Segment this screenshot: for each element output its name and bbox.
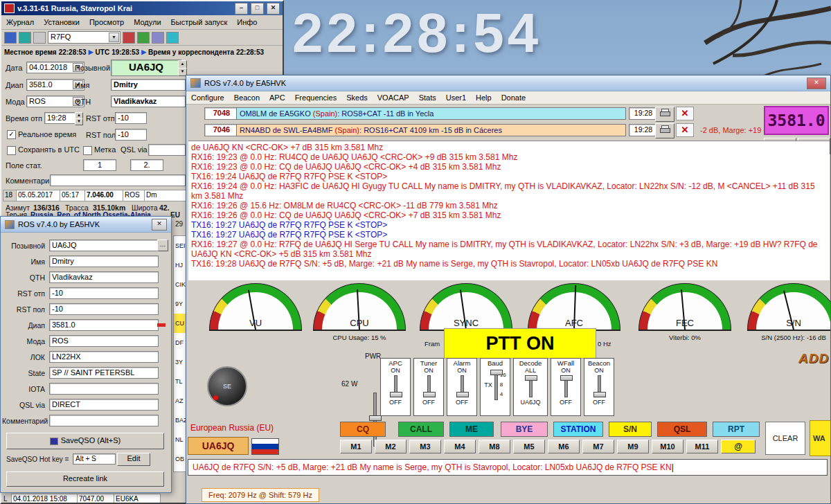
at-key-button[interactable]: @ (721, 440, 756, 453)
maximize-button[interactable]: □ (251, 3, 264, 15)
alarm-slider[interactable] (461, 375, 464, 397)
toolbar-icon[interactable] (152, 32, 164, 44)
comment-field[interactable] (50, 174, 186, 186)
menu-settings[interactable]: Установки (39, 17, 84, 28)
menu-user1[interactable]: User1 (441, 92, 471, 103)
qth-field[interactable]: Vladikavkaz (111, 96, 186, 107)
mkey-button[interactable]: M5 (513, 440, 545, 453)
chevron-down-icon[interactable]: ▾ (109, 33, 119, 42)
print-spot-button[interactable] (655, 123, 674, 138)
qso-form-titlebar[interactable]: ROS v7.4.0 by EA5HVK ✕ (1, 217, 171, 233)
stat-field-1[interactable]: 1 (83, 159, 116, 171)
locator-field[interactable]: LN22HX (49, 351, 159, 363)
stat-field-2[interactable]: 2. (130, 159, 163, 171)
recreate-link-button[interactable]: Recreate link (6, 471, 164, 487)
ros-titlebar[interactable]: ROS v7.4.0 by EA5HVK ✕ (186, 75, 830, 91)
browse-button[interactable]: … (157, 240, 168, 251)
menu-modules[interactable]: Модули (129, 17, 166, 28)
pwr-slider[interactable] (373, 393, 377, 447)
rst-rcvd-field[interactable]: -10 (115, 129, 147, 141)
name-field[interactable]: Dmitry (49, 255, 159, 267)
tuning-knob[interactable]: SE (207, 366, 247, 406)
toolbar-icon[interactable] (137, 32, 150, 44)
spot-row[interactable]: OM8LM de EA5GKO (Spain): ROS8+CAT -11 dB… (236, 107, 626, 120)
macro-sn-button[interactable]: S/N (609, 422, 652, 437)
menu-donate[interactable]: Donate (497, 92, 530, 103)
mkey-button[interactable]: M7 (582, 440, 614, 453)
menu-view[interactable]: Просмотр (84, 17, 129, 28)
slider-thumb[interactable] (490, 370, 503, 375)
menu-beacon[interactable]: Beacon (229, 92, 265, 103)
ptt-button[interactable]: PTT ON (444, 328, 596, 359)
iota-field[interactable] (49, 383, 159, 395)
spin-down-icon[interactable]: ▼ (75, 118, 83, 125)
qso-cell[interactable]: 05:17 (60, 190, 87, 201)
spot-row[interactable]: RN4ABD de SWL-EA4BMF (Spain): ROS16+CAT … (236, 124, 626, 136)
apc-slider[interactable] (394, 375, 397, 397)
print-spot-button[interactable] (655, 107, 674, 122)
qso-cell[interactable]: Dm (144, 190, 188, 201)
slider-thumb[interactable] (390, 392, 402, 397)
close-button[interactable]: ✕ (267, 3, 280, 15)
save-qso-button[interactable]: SaveQSO (Alt+S) (6, 433, 164, 449)
qso-cell[interactable]: 05.05.2017 (16, 190, 62, 201)
mkey-button[interactable]: M6 (548, 440, 580, 453)
menu-configure[interactable]: Configure (186, 92, 229, 103)
mkey-button[interactable]: M11 (686, 440, 718, 453)
logger-titlebar[interactable]: v.3.31-61 Russia, Stavropol Krai – □ ✕ (1, 1, 283, 15)
bottom-cell[interactable]: 7047.00 (77, 494, 116, 504)
mkey-button[interactable]: M4 (444, 440, 476, 453)
mkey-button[interactable]: M8 (479, 440, 510, 453)
rst-sent-field[interactable]: -10 (49, 287, 159, 299)
time-sent-field[interactable]: 19:28 (44, 112, 78, 124)
qso-cell[interactable]: 7.046.00 (84, 190, 125, 201)
play-icon[interactable]: ▶ (141, 48, 146, 55)
menu-info[interactable]: Инфо (232, 17, 262, 28)
band-field[interactable]: 3581.0 (49, 319, 159, 331)
slider-thumb[interactable] (593, 392, 606, 397)
save-utc-checkbox[interactable] (7, 146, 16, 155)
menu-frequencies[interactable]: Frequencies (290, 92, 342, 103)
beacon-slider[interactable] (598, 375, 601, 397)
close-button[interactable]: ✕ (152, 219, 167, 231)
waterfall-button[interactable]: WA (810, 420, 831, 456)
mkey-button[interactable]: M1 (340, 440, 372, 453)
name-field[interactable]: Dmitry (111, 79, 186, 91)
macro-me-button[interactable]: ME (449, 422, 494, 437)
callsign-field[interactable]: UA6JQ (49, 240, 159, 251)
toolbar-icon[interactable] (123, 32, 135, 44)
rst-rcvd-field[interactable]: -10 (49, 303, 159, 315)
tuner-slider[interactable] (427, 375, 431, 397)
menu-stats[interactable]: Stats (414, 92, 441, 103)
mkey-button[interactable]: M2 (375, 440, 406, 453)
hotkey-field[interactable]: Alt + S (73, 453, 116, 465)
qsl-via-field[interactable] (148, 144, 186, 156)
qth-field[interactable]: Vladikavkaz (49, 271, 159, 283)
rst-sent-field[interactable]: -10 (115, 112, 147, 124)
state-field[interactable]: SP // SAINT PETERSBL (49, 367, 159, 379)
bottom-cell[interactable]: 04.01.2018 15:08 (11, 494, 79, 504)
slider-thumb[interactable] (560, 375, 573, 381)
macro-station-button[interactable]: STATION (553, 422, 603, 437)
edit-hotkey-button[interactable]: Edit (117, 453, 150, 466)
menu-skeds[interactable]: Skeds (341, 92, 373, 103)
menu-quicklaunch[interactable]: Быстрый запуск (166, 17, 233, 28)
slider-thumb[interactable] (423, 392, 436, 397)
tx-input[interactable]: UA6JQ de R7FQ S/N: +5 dB, Marge: +21 dB … (188, 459, 828, 476)
macro-qsl-button[interactable]: QSL (657, 422, 707, 437)
baud-slider[interactable] (494, 370, 498, 400)
mkey-button[interactable]: M3 (409, 440, 441, 453)
slider-thumb[interactable] (525, 375, 537, 381)
bottom-cell[interactable]: EU6KA (114, 494, 161, 504)
slider-thumb[interactable] (456, 392, 469, 397)
decode-slider[interactable] (529, 375, 533, 397)
play-icon[interactable]: ▶ (89, 48, 93, 55)
macro-call-button[interactable]: CALL (398, 422, 444, 437)
toolbar-icon[interactable] (19, 32, 31, 44)
macro-cq-button[interactable]: CQ (340, 422, 386, 437)
slider-thumb[interactable] (369, 415, 382, 421)
print-icon[interactable] (33, 32, 46, 44)
toolbar-icon[interactable] (4, 32, 17, 44)
menu-voacap[interactable]: VOACAP (373, 92, 414, 103)
mkey-button[interactable]: M9 (617, 440, 649, 453)
